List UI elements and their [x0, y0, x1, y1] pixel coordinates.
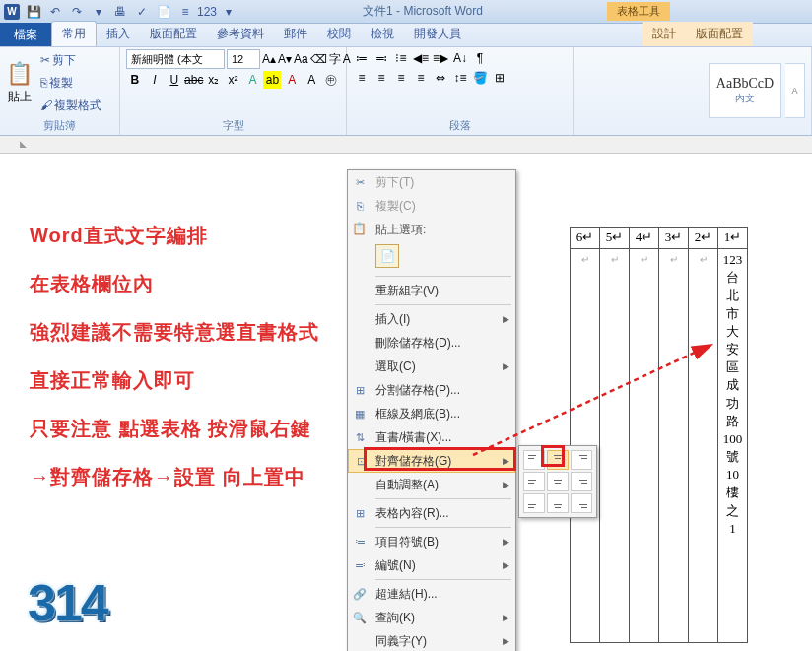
align-top-right[interactable] — [571, 450, 592, 470]
ctx-split-cells[interactable]: ⊞分割儲存格(P)... — [348, 378, 515, 402]
font-size-select[interactable] — [227, 49, 260, 69]
ctx-text-direction[interactable]: ⇅直書/橫書(X)... — [348, 425, 515, 449]
qat-item-icon[interactable]: 🖶 — [110, 2, 130, 22]
indent-dec-icon[interactable]: ◀≡ — [412, 49, 430, 67]
align-right-icon[interactable]: ≡ — [392, 69, 410, 87]
tab-developer[interactable]: 開發人員 — [404, 22, 471, 46]
ctx-borders[interactable]: ▦框線及網底(B)... — [348, 402, 515, 425]
ctx-lookup[interactable]: 🔍查詢(K)▶ — [348, 606, 515, 629]
tab-table-layout[interactable]: 版面配置 — [686, 22, 753, 46]
format-painter-button[interactable]: 🖌複製格式 — [36, 96, 105, 116]
qat-item4-icon[interactable]: ≡ — [175, 2, 195, 22]
qat-item5-icon[interactable]: 123 — [197, 2, 217, 22]
qat-item2-icon[interactable]: ✓ — [132, 2, 152, 22]
ctx-select[interactable]: 選取(C)▶ — [348, 355, 515, 378]
paste-icon[interactable]: 📋 — [6, 61, 33, 87]
align-top-left[interactable] — [523, 450, 545, 470]
ctx-numbering[interactable]: ≕編號(N)▶ — [348, 553, 515, 577]
table-cell[interactable]: ↵ — [689, 249, 718, 643]
show-marks-icon[interactable]: ¶ — [471, 49, 489, 67]
ctx-bullets[interactable]: ≔項目符號(B)▶ — [348, 530, 515, 553]
align-bottom-left[interactable] — [523, 493, 545, 513]
table-cell-address[interactable]: 123 台 北 市 大 安 區 成 功 路 100 號 10 樓 之 1 — [718, 249, 748, 643]
table-header-cell[interactable]: 6↵ — [571, 228, 600, 249]
distribute-icon[interactable]: ⇔ — [432, 69, 449, 87]
table-cell[interactable]: ↵ — [600, 249, 630, 643]
file-tab[interactable]: 檔案 — [0, 23, 51, 46]
ctx-copy[interactable]: ⎘複製(C) — [348, 194, 515, 218]
align-center-icon[interactable]: ≡ — [372, 69, 390, 87]
align-bottom-right[interactable] — [571, 493, 592, 513]
document-table[interactable]: 6↵ 5↵ 4↵ 3↵ 2↵ 1↵ ↵ ↵ ↵ ↵ ↵ 123 台 北 市 大 … — [570, 227, 748, 643]
ctx-autofit[interactable]: 自動調整(A)▶ — [348, 473, 515, 496]
qat-redo-icon[interactable]: ↷ — [67, 2, 87, 22]
tab-mailings[interactable]: 郵件 — [274, 22, 317, 46]
ctx-cut[interactable]: ✂剪下(T) — [348, 170, 515, 194]
style-normal[interactable]: AaBbCcD 內文 — [709, 63, 781, 118]
copy-button[interactable]: ⎘複製 — [36, 73, 105, 94]
font-name-select[interactable] — [126, 49, 225, 69]
char-shading-icon[interactable]: A — [303, 71, 320, 89]
table-cell[interactable]: ↵ — [659, 249, 689, 643]
change-case-icon[interactable]: Aa — [294, 50, 308, 68]
underline-icon[interactable]: U — [166, 71, 183, 89]
ctx-table-props[interactable]: ⊞表格內容(R)... — [348, 501, 515, 525]
align-middle-left[interactable] — [523, 472, 545, 491]
font-color-icon[interactable]: A — [283, 71, 301, 89]
indent-inc-icon[interactable]: ≡▶ — [432, 49, 449, 67]
italic-icon[interactable]: I — [146, 71, 164, 89]
tab-view[interactable]: 檢視 — [361, 22, 404, 46]
paste-button[interactable]: 貼上 — [8, 89, 32, 105]
table-cell[interactable]: ↵ — [630, 249, 659, 643]
align-middle-center[interactable] — [547, 472, 569, 491]
style-next[interactable]: A — [785, 63, 805, 118]
strike-icon[interactable]: abc — [185, 71, 203, 89]
qat-item3-icon[interactable]: 📄 — [154, 2, 173, 22]
highlight-icon[interactable]: ab — [263, 71, 281, 89]
justify-icon[interactable]: ≡ — [412, 69, 430, 87]
qat-more-icon[interactable]: ▾ — [219, 2, 238, 22]
sort-icon[interactable]: A↓ — [451, 49, 469, 67]
table-header-cell[interactable]: 2↵ — [689, 228, 718, 249]
qat-undo-icon[interactable]: ↶ — [45, 2, 65, 22]
align-left-icon[interactable]: ≡ — [353, 69, 371, 87]
align-middle-right[interactable] — [571, 472, 592, 491]
bullets-icon[interactable]: ≔ — [353, 49, 371, 67]
cut-button[interactable]: ✂剪下 — [36, 50, 105, 71]
align-bottom-center[interactable] — [547, 493, 569, 513]
enclose-icon[interactable]: ㊥ — [322, 71, 340, 89]
ctx-regroup[interactable]: 重新組字(V) — [348, 279, 515, 302]
table-header-cell[interactable]: 4↵ — [630, 228, 659, 249]
ctx-delete-cells[interactable]: 刪除儲存格(D)... — [348, 331, 515, 355]
qat-customize-icon[interactable]: ▾ — [89, 2, 108, 22]
ctx-hyperlink[interactable]: 🔗超連結(H)... — [348, 582, 515, 606]
tab-layout[interactable]: 版面配置 — [140, 22, 207, 46]
superscript-icon[interactable]: x² — [225, 71, 242, 89]
clear-format-icon[interactable]: ⌫ — [310, 50, 327, 68]
paste-option-icon[interactable]: 📄 — [375, 244, 399, 268]
tab-review[interactable]: 校閱 — [317, 22, 361, 46]
ctx-cell-alignment[interactable]: ⊡對齊儲存格(G)▶ — [348, 449, 515, 473]
borders-icon[interactable]: ⊞ — [491, 69, 508, 87]
ctx-insert[interactable]: 插入(I)▶ — [348, 307, 515, 331]
table-header-cell[interactable]: 5↵ — [600, 228, 630, 249]
ctx-synonyms[interactable]: 同義字(Y)▶ — [348, 629, 515, 651]
grow-font-icon[interactable]: A▴ — [262, 50, 276, 68]
horizontal-ruler[interactable]: ◣ — [0, 136, 812, 154]
line-spacing-icon[interactable]: ↕≡ — [451, 69, 469, 87]
table-header-cell[interactable]: 3↵ — [659, 228, 689, 249]
phonetic-icon[interactable]: 字 — [329, 50, 341, 68]
shrink-font-icon[interactable]: A▾ — [278, 50, 292, 68]
shading-icon[interactable]: 🪣 — [471, 69, 489, 87]
align-top-center[interactable] — [547, 450, 569, 470]
tab-references[interactable]: 參考資料 — [207, 22, 274, 46]
qat-save-icon[interactable]: 💾 — [24, 2, 43, 22]
text-effect-icon[interactable]: A — [244, 71, 262, 89]
tab-home[interactable]: 常用 — [51, 21, 97, 46]
bold-icon[interactable]: B — [126, 71, 144, 89]
tab-table-design[interactable]: 設計 — [643, 22, 686, 46]
table-header-cell[interactable]: 1↵ — [718, 228, 748, 249]
subscript-icon[interactable]: x₂ — [205, 71, 223, 89]
tab-insert[interactable]: 插入 — [97, 22, 140, 46]
multilevel-icon[interactable]: ⁝≡ — [392, 49, 410, 67]
